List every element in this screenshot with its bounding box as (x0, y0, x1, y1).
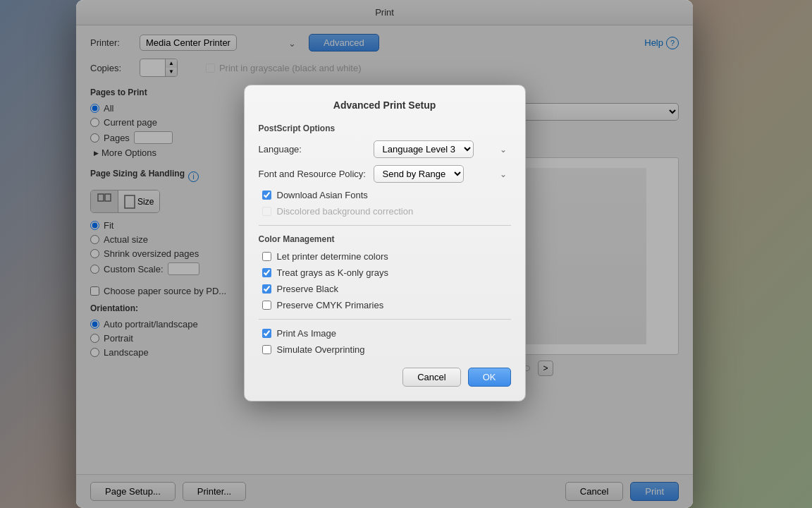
preserve-cmyk-label: Preserve CMYK Primaries (277, 300, 384, 310)
simulate-overprinting-label: Simulate Overprinting (277, 344, 365, 355)
preserve-cmyk-checkbox[interactable] (262, 301, 271, 310)
print-dialog: Print Printer: Media Center Printer Adva… (76, 0, 693, 508)
print-as-image-label: Print As Image (277, 328, 337, 339)
download-asian-row: Download Asian Fonts (259, 190, 511, 200)
divider-2 (259, 319, 511, 320)
download-asian-checkbox[interactable] (262, 190, 271, 200)
advanced-modal-overlay: Advanced Print Setup PostScript Options … (76, 0, 693, 508)
simulate-overprinting-row: Simulate Overprinting (259, 344, 511, 355)
print-as-image-checkbox[interactable] (262, 329, 271, 338)
let-printer-row: Let printer determine colors (259, 251, 511, 262)
language-label: Language: (259, 144, 368, 155)
simulate-overprinting-checkbox[interactable] (262, 345, 271, 354)
let-printer-label: Let printer determine colors (277, 251, 388, 262)
modal-buttons: Cancel OK (259, 368, 511, 387)
treat-grays-label: Treat grays as K-only grays (277, 267, 388, 278)
treat-grays-row: Treat grays as K-only grays (259, 267, 511, 278)
font-policy-label: Font and Resource Policy: (259, 169, 368, 179)
preserve-black-label: Preserve Black (277, 284, 338, 294)
language-select-wrapper: Language Level 3 (374, 140, 511, 158)
download-asian-label: Download Asian Fonts (277, 190, 368, 200)
preserve-cmyk-row: Preserve CMYK Primaries (259, 300, 511, 310)
treat-grays-checkbox[interactable] (262, 268, 271, 277)
divider-1 (259, 225, 511, 226)
let-printer-checkbox[interactable] (262, 252, 271, 261)
discolored-bg-checkbox[interactable] (262, 207, 271, 216)
font-policy-select-wrapper: Send by Range (374, 165, 511, 183)
font-policy-select[interactable]: Send by Range (374, 165, 464, 183)
discolored-bg-row: Discolored background correction (259, 206, 511, 217)
postscript-section-title: PostScript Options (259, 123, 511, 133)
language-row: Language: Language Level 3 (259, 140, 511, 158)
preserve-black-row: Preserve Black (259, 284, 511, 294)
modal-ok-button[interactable]: OK (468, 368, 511, 387)
advanced-modal: Advanced Print Setup PostScript Options … (244, 85, 526, 401)
color-management-title: Color Management (259, 234, 511, 244)
language-select[interactable]: Language Level 3 (374, 140, 474, 158)
modal-title: Advanced Print Setup (259, 99, 511, 111)
font-policy-row: Font and Resource Policy: Send by Range (259, 165, 511, 183)
modal-cancel-button[interactable]: Cancel (402, 368, 460, 387)
preserve-black-checkbox[interactable] (262, 284, 271, 294)
print-as-image-row: Print As Image (259, 328, 511, 339)
discolored-bg-label: Discolored background correction (277, 206, 414, 217)
